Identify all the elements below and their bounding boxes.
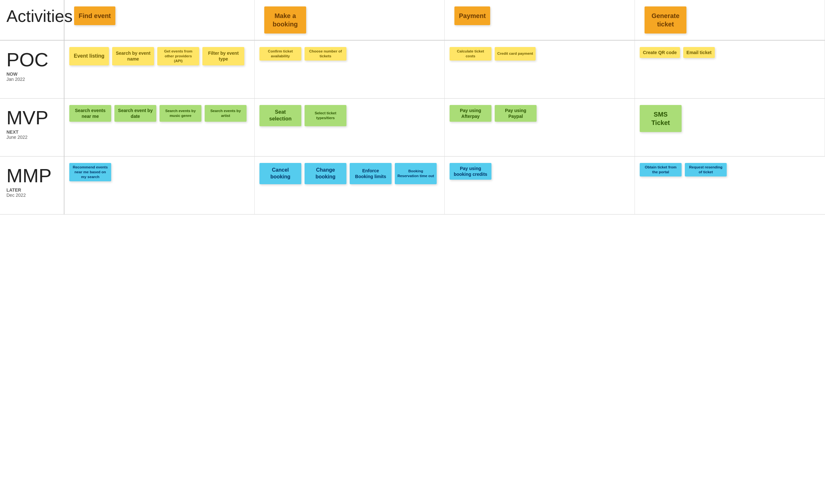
cell-mvp-make-booking: Seat selectionSelect ticket types/tiers <box>254 98 445 157</box>
note-poc-make-booking-confirm-ticket-availability: Confirm ticket availability <box>259 47 301 61</box>
activities-label: Activities <box>6 6 73 26</box>
cell-poc-make-booking: Confirm ticket availabilityChoose number… <box>254 40 445 98</box>
note-mvp-find-event-search-event-by-date: Search event by date <box>115 105 156 122</box>
cell-mvp-find-event: Search events near meSearch event by dat… <box>64 98 254 157</box>
phase-title-poc: POC <box>6 50 48 70</box>
note-mvp-find-event-search-events-by-music-genre: Search events by music genre <box>159 105 202 122</box>
note-poc-find-event-search-by-event-name: Search by event name <box>112 47 154 65</box>
phase-date-mmp: Dec 2022 <box>6 192 26 198</box>
note-poc-payment-credit-card-payment: Credit card payment <box>495 47 536 61</box>
header-activities: Activities <box>0 0 64 40</box>
phase-title-mvp: MVP <box>6 108 48 128</box>
phase-label-mvp: MVPNEXTJune 2022 <box>0 98 64 157</box>
phase-subtitle-poc: NOW <box>6 72 17 77</box>
note-mmp-generate-ticket-obtain-ticket-from-the-portal: Obtain ticket from the portal <box>640 163 682 176</box>
note-mmp-make-booking-change-booking: Change booking <box>305 163 347 184</box>
header-payment: Payment <box>445 0 635 40</box>
cell-mmp-find-event: Recommend events near me based on my sea… <box>64 157 254 215</box>
note-poc-find-event-get-events-from-other-provider: Get events from other providers (API) <box>157 47 199 65</box>
note-poc-payment-calculate-ticket-costs: Calculate ticket costs <box>450 47 492 61</box>
phase-label-poc: POCNOWJan 2022 <box>0 40 64 98</box>
note-poc-make-booking-choose-number-of-tickets: Choose number of tickets <box>305 47 347 61</box>
note-mmp-make-booking-cancel-booking: Cancel booking <box>259 163 301 184</box>
phase-subtitle-mmp: LATER <box>6 187 21 192</box>
phase-date-mvp: June 2022 <box>6 135 27 140</box>
note-mvp-find-event-search-events-by-artist: Search events by artist <box>205 105 246 122</box>
cell-poc-payment: Calculate ticket costsCredit card paymen… <box>445 40 635 98</box>
header-note-make-booking: Make a booking <box>264 6 306 33</box>
cell-mmp-payment: Pay using booking credits <box>445 157 635 215</box>
note-poc-generate-ticket-create-qr-code: Create QR code <box>640 47 680 58</box>
phase-subtitle-mvp: NEXT <box>6 130 18 135</box>
cell-poc-find-event: Event listingSearch by event nameGet eve… <box>64 40 254 98</box>
note-mvp-find-event-search-events-near-me: Search events near me <box>69 105 111 122</box>
cell-mmp-make-booking: Cancel bookingChange bookingEnforce Book… <box>254 157 445 215</box>
cell-poc-generate-ticket: Create QR codeEmail ticket <box>635 40 825 98</box>
phase-label-mmp: MMPLATERDec 2022 <box>0 157 64 215</box>
note-mmp-make-booking-booking-reservation-time-out: Booking Reservation time out <box>395 163 437 184</box>
header-note-payment: Payment <box>454 6 490 25</box>
phase-title-mmp: MMP <box>6 166 52 185</box>
note-mvp-make-booking-seat-selection: Seat selection <box>259 105 301 126</box>
note-poc-generate-ticket-email-ticket: Email ticket <box>683 47 715 58</box>
cell-mvp-payment: Pay using AfterpayPay using Paypal <box>445 98 635 157</box>
cell-mmp-generate-ticket: Obtain ticket from the portalRequest res… <box>635 157 825 215</box>
header-make-booking: Make a booking <box>254 0 445 40</box>
note-mmp-generate-ticket-request-resending-of-ticket: Request resending of ticket <box>685 163 727 176</box>
note-poc-find-event-filter-by-event-type: Filter by event type <box>202 47 244 65</box>
phase-date-poc: Jan 2022 <box>6 77 25 82</box>
header-note-find-event: Find event <box>74 6 116 25</box>
note-mvp-make-booking-select-ticket-typestiers: Select ticket types/tiers <box>305 105 347 126</box>
note-mvp-generate-ticket-sms-ticket: SMS Ticket <box>640 105 682 132</box>
note-poc-find-event-event-listing: Event listing <box>69 47 109 65</box>
note-mmp-find-event-recommend-events-near-me-based: Recommend events near me based on my sea… <box>69 163 111 181</box>
note-mvp-payment-pay-using-paypal: Pay using Paypal <box>495 105 537 122</box>
header-find-event: Find event <box>64 0 254 40</box>
header-generate-ticket: Generate ticket <box>635 0 825 40</box>
cell-mvp-generate-ticket: SMS Ticket <box>635 98 825 157</box>
header-note-generate-ticket: Generate ticket <box>645 6 686 33</box>
note-mvp-payment-pay-using-afterpay: Pay using Afterpay <box>450 105 492 122</box>
note-mmp-payment-pay-using-booking-credits: Pay using booking credits <box>450 163 492 180</box>
note-mmp-make-booking-enforce-booking-limits: Enforce Booking limits <box>350 163 391 184</box>
